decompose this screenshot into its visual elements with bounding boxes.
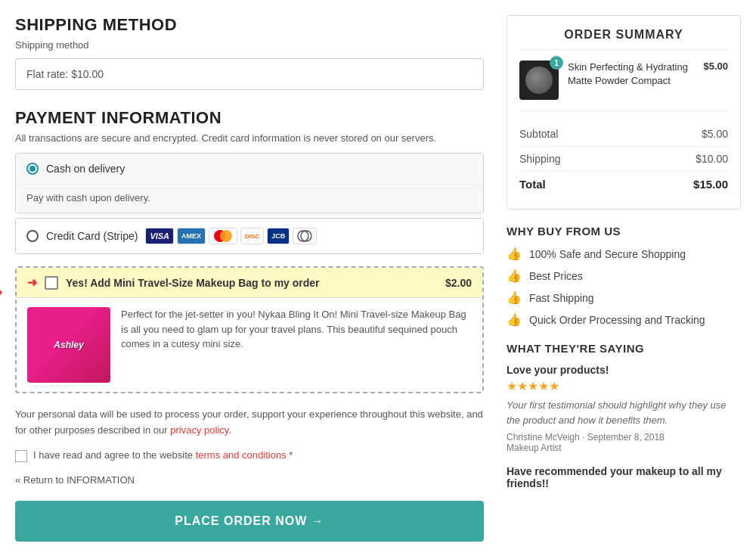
sidebar: ORDER SUMMARY 1 Skin Perfecting & Hydrat…: [507, 15, 741, 542]
total-row: Total $15.00: [519, 172, 728, 197]
privacy-policy-link[interactable]: privacy policy: [170, 424, 228, 436]
payment-option-cash[interactable]: Cash on delivery Pay with cash upon deli…: [15, 153, 484, 213]
testimonial-0-heading: Love your products!: [507, 364, 741, 376]
upsell-arrow-icon: ➜: [27, 275, 37, 290]
payment-option-cash-header[interactable]: Cash on delivery: [16, 154, 483, 184]
card-icons: VISA AMEX DISC JCB: [145, 228, 317, 244]
why-buy-section: WHY BUY FROM US 👍 100% Safe and Secure S…: [507, 225, 741, 327]
subtotal-row: Subtotal $5.00: [519, 122, 728, 147]
why-buy-item-2: 👍 Fast Shipping: [507, 290, 741, 305]
discover-icon: DISC: [240, 228, 264, 244]
tos-checkbox[interactable]: [15, 450, 27, 462]
thumb-icon-1: 👍: [507, 269, 522, 283]
thumb-icon-3: 👍: [507, 312, 522, 327]
testimonial-0-stars: ★★★★★: [507, 379, 741, 393]
why-buy-item-2-label: Fast Shipping: [529, 292, 594, 304]
upsell-box: ➜ Yes! Add Mini Travel-Size Makeup Bag t…: [15, 266, 484, 393]
jcb-icon: JCB: [267, 228, 290, 244]
payment-credit-label: Credit Card (Stripe): [46, 230, 138, 242]
tos-text: I have read and agree to the website ter…: [33, 449, 293, 461]
testimonial-1: Have recommended your makeup to all my f…: [507, 465, 741, 489]
why-buy-item-0-label: 100% Safe and Secure Shopping: [529, 248, 686, 260]
upsell-label: Yes! Add Mini Travel-Size Makeup Bag to …: [66, 277, 438, 289]
order-item-price: $5.00: [703, 61, 728, 72]
testimonial-0: Love your products! ★★★★★ Your first tes…: [507, 364, 741, 453]
thumb-icon-0: 👍: [507, 247, 522, 261]
shipping-row: Shipping $10.00: [519, 147, 728, 172]
shipping-label: Shipping: [519, 153, 561, 165]
shipping-value: $10.00: [696, 153, 728, 165]
payment-title: PAYMENT INFORMATION: [15, 108, 484, 128]
testimonial-0-role: Makeup Artist: [507, 443, 741, 453]
testimonial-0-text: Your first testimonial should highlight …: [507, 398, 741, 427]
testimonial-1-heading: Have recommended your makeup to all my f…: [507, 465, 741, 489]
why-buy-item-1: 👍 Best Prices: [507, 269, 741, 283]
total-label: Total: [519, 178, 546, 191]
order-item-name: Skin Perfecting & Hydrating Matte Powder…: [568, 61, 694, 88]
return-link[interactable]: « Return to INFORMATION: [15, 474, 484, 486]
upsell-product-image: Ashley: [27, 307, 110, 383]
upsell-body: Ashley Perfect for the jet-setter in you…: [17, 298, 482, 392]
upsell-arrow-indicator: ➜: [0, 280, 2, 305]
radio-cash[interactable]: [26, 163, 39, 175]
shipping-subtitle: Shipping method: [15, 39, 484, 51]
order-item-quantity-badge: 1: [550, 56, 563, 70]
why-buy-item-0: 👍 100% Safe and Secure Shopping: [507, 247, 741, 261]
visa-icon: VISA: [145, 228, 174, 244]
payment-section: PAYMENT INFORMATION All transactions are…: [15, 108, 484, 254]
payment-option-credit[interactable]: Credit Card (Stripe) VISA AMEX DISC JCB: [15, 218, 484, 254]
order-item-image: 1: [519, 61, 559, 100]
order-item: 1 Skin Perfecting & Hydrating Matte Powd…: [519, 61, 728, 111]
payment-note: All transactions are secure and encrypte…: [15, 132, 484, 144]
payment-cash-description: Pay with cash upon delivery.: [16, 184, 483, 213]
svg-point-1: [220, 230, 232, 242]
tos-row: I have read and agree to the website ter…: [15, 449, 484, 462]
shipping-rate-display: Flat rate: $10.00: [15, 58, 484, 90]
upsell-header[interactable]: ➜ Yes! Add Mini Travel-Size Makeup Bag t…: [17, 268, 482, 298]
subtotal-label: Subtotal: [519, 128, 558, 140]
payment-option-credit-header[interactable]: Credit Card (Stripe) VISA AMEX DISC JCB: [16, 219, 483, 253]
testimonial-0-author: Christine McVeigh · September 8, 2018: [507, 432, 741, 443]
thumb-icon-2: 👍: [507, 290, 522, 305]
upsell-price: $2.00: [445, 277, 472, 289]
shipping-title: SHIPPING METHOD: [15, 15, 484, 35]
why-buy-item-1-label: Best Prices: [529, 270, 583, 282]
radio-credit[interactable]: [26, 230, 39, 242]
shipping-method-section: SHIPPING METHOD Shipping method Flat rat…: [15, 15, 484, 90]
personal-data-note: Your personal data will be used to proce…: [15, 407, 484, 439]
order-summary-box: ORDER SUMMARY 1 Skin Perfecting & Hydrat…: [507, 15, 741, 210]
upsell-checkbox[interactable]: [45, 276, 58, 290]
subtotal-value: $5.00: [702, 128, 728, 140]
why-buy-title: WHY BUY FROM US: [507, 225, 741, 238]
why-buy-item-3: 👍 Quick Order Processing and Tracking: [507, 312, 741, 327]
why-buy-item-3-label: Quick Order Processing and Tracking: [529, 314, 705, 326]
diners-icon: [293, 228, 317, 244]
testimonials-section: WHAT THEY'RE SAYING Love your products! …: [507, 342, 741, 489]
place-order-button[interactable]: PLACE ORDER NOW →: [15, 501, 484, 542]
mastercard-icon: [209, 228, 237, 244]
payment-cash-label: Cash on delivery: [46, 163, 125, 175]
upsell-img-label: Ashley: [54, 340, 83, 350]
upsell-description: Perfect for the jet-setter in you! Nykaa…: [121, 307, 472, 383]
upsell-section: ➜ ➜ Yes! Add Mini Travel-Size Makeup Bag…: [15, 266, 484, 393]
return-to-info-link[interactable]: « Return to INFORMATION: [15, 474, 135, 486]
total-value: $15.00: [693, 178, 728, 191]
order-summary-title: ORDER SUMMARY: [519, 28, 728, 50]
product-thumbnail: [525, 67, 553, 94]
testimonials-title: WHAT THEY'RE SAYING: [507, 342, 741, 355]
tos-link[interactable]: terms and conditions: [196, 449, 287, 461]
amex-icon: AMEX: [177, 228, 206, 244]
